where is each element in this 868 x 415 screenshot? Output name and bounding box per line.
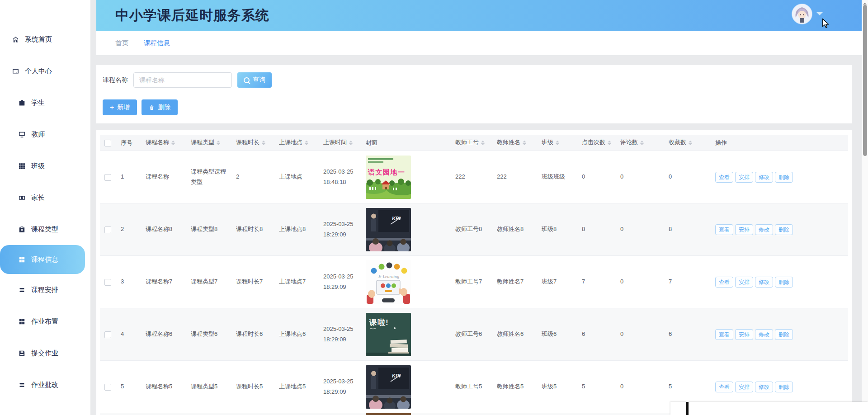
- column-header-teacher_name[interactable]: 教师姓名: [492, 135, 537, 151]
- cell-location: 上课地点6: [274, 308, 319, 361]
- edit-button[interactable]: 修改: [755, 277, 773, 288]
- svg-text:E-Learning: E-Learning: [378, 274, 399, 279]
- sort-caret-icon[interactable]: [481, 139, 485, 147]
- sort-caret-icon[interactable]: [556, 139, 559, 147]
- sidebar-item-label: 个人中心: [25, 67, 52, 75]
- arrange-button[interactable]: 安排: [735, 277, 753, 288]
- arrange-button[interactable]: 安排: [735, 224, 753, 235]
- column-header-datetime[interactable]: 上课时间: [319, 135, 361, 151]
- arrange-button[interactable]: 安排: [735, 382, 753, 392]
- column-header-comments[interactable]: 评论数: [616, 135, 664, 151]
- avatar[interactable]: [792, 4, 812, 24]
- column-header-teacher_id[interactable]: 教师工号: [451, 135, 492, 151]
- sidebar-item-homework-submit[interactable]: 提交作业: [0, 337, 90, 369]
- sidebar-item-homework-review[interactable]: 作业批改: [0, 369, 90, 401]
- column-label: 课程时长: [236, 139, 259, 146]
- cell-favorites: 0: [664, 151, 711, 203]
- edit-button[interactable]: 修改: [755, 329, 773, 340]
- view-button[interactable]: 查看: [715, 329, 733, 340]
- sort-caret-icon[interactable]: [217, 139, 220, 147]
- cell-type: 课程类型7: [186, 256, 231, 308]
- view-button[interactable]: 查看: [715, 172, 733, 183]
- cell-teacher_name: 教师姓名7: [492, 256, 537, 308]
- select-all-checkbox[interactable]: [104, 140, 111, 146]
- column-header-name[interactable]: 课程名称: [141, 135, 186, 151]
- arrange-button[interactable]: 安排: [735, 329, 753, 340]
- column-header-clicks[interactable]: 点击次数: [577, 135, 616, 151]
- column-label: 操作: [715, 139, 727, 146]
- delete-row-button[interactable]: 删除: [775, 329, 793, 340]
- delete-row-button[interactable]: 删除: [775, 224, 793, 235]
- view-button[interactable]: 查看: [715, 382, 733, 392]
- sidebar-item-parents[interactable]: 家长: [0, 182, 90, 213]
- view-button[interactable]: 查看: [715, 224, 733, 235]
- row-checkbox[interactable]: [104, 384, 111, 391]
- column-label: 序号: [121, 139, 132, 146]
- course-name-input[interactable]: [133, 72, 232, 88]
- sort-caret-icon[interactable]: [349, 139, 353, 147]
- sort-caret-icon[interactable]: [171, 139, 175, 147]
- column-label: 上课地点: [279, 139, 302, 146]
- cell-teacher_id: 教师工号6: [451, 308, 492, 361]
- breadcrumb: 首页 课程信息: [96, 31, 862, 55]
- breadcrumb-current[interactable]: 课程信息: [144, 39, 170, 47]
- sort-caret-icon[interactable]: [262, 139, 265, 147]
- cell-cover: KPI: [361, 203, 451, 256]
- cell-clicks: 6: [577, 308, 616, 361]
- edit-button[interactable]: 修改: [755, 172, 773, 183]
- row-checkbox[interactable]: [104, 174, 111, 181]
- sidebar-item-course-info[interactable]: 课程信息: [0, 245, 85, 274]
- column-header-duration[interactable]: 课程时长: [231, 135, 274, 151]
- sidebar-item-system-home[interactable]: 系统首页: [0, 24, 90, 55]
- home-icon: [12, 36, 19, 43]
- cell-type: 课程类型8: [186, 203, 231, 256]
- edit-button[interactable]: 修改: [755, 224, 773, 235]
- breadcrumb-home[interactable]: 首页: [115, 39, 128, 47]
- row-checkbox[interactable]: [104, 279, 111, 286]
- add-button[interactable]: + 新增: [103, 99, 137, 115]
- delete-row-button[interactable]: 删除: [775, 382, 793, 392]
- cell-cover: 课啦!: [361, 308, 451, 361]
- user-menu[interactable]: [792, 4, 823, 24]
- column-header-type[interactable]: 课程类型: [186, 135, 231, 151]
- sort-caret-icon[interactable]: [640, 139, 644, 147]
- scroll-up-arrow-icon[interactable]: [863, 1, 867, 5]
- cell-datetime: 2025-03-25 18:29:09: [319, 256, 361, 308]
- delete-button[interactable]: 删除: [142, 99, 178, 115]
- course-cover-image-kela: 课啦!: [366, 313, 411, 356]
- grid4-icon: [18, 256, 26, 264]
- sidebar-item-students[interactable]: 学生: [0, 87, 90, 118]
- column-header-location[interactable]: 上课地点: [274, 135, 319, 151]
- row-checkbox[interactable]: [104, 226, 111, 233]
- edit-button[interactable]: 修改: [755, 382, 773, 392]
- sort-caret-icon[interactable]: [689, 139, 692, 147]
- sidebar-item-teachers[interactable]: 教师: [0, 118, 90, 150]
- sidebar-item-course-schedule[interactable]: 课程安排: [0, 274, 90, 306]
- sort-caret-icon[interactable]: [305, 139, 308, 147]
- row-checkbox[interactable]: [104, 331, 111, 338]
- vertical-scrollbar[interactable]: [862, 0, 868, 415]
- chevron-down-icon[interactable]: [816, 12, 823, 19]
- column-label: 上课时间: [323, 139, 347, 146]
- sidebar-item-course-types[interactable]: 课程类型: [0, 213, 90, 245]
- scrollbar-thumb[interactable]: [863, 5, 867, 156]
- sidebar-item-label: 课程安排: [31, 286, 58, 294]
- sidebar-item-homework-assign[interactable]: 作业布置: [0, 306, 90, 337]
- cell-teacher_id: 教师工号5: [451, 361, 492, 413]
- sidebar-item-personal-center[interactable]: 个人中心: [0, 55, 90, 87]
- column-label: 课程类型: [191, 139, 214, 146]
- column-header-favorites[interactable]: 收藏数: [664, 135, 711, 151]
- cell-comments: 0: [616, 203, 664, 256]
- view-button[interactable]: 查看: [715, 277, 733, 288]
- arrange-button[interactable]: 安排: [735, 172, 753, 183]
- column-header-class_name[interactable]: 班级: [537, 135, 577, 151]
- query-button[interactable]: 查询: [237, 72, 272, 88]
- delete-row-button[interactable]: 删除: [775, 172, 793, 183]
- sidebar-item-classes[interactable]: 班级: [0, 150, 90, 182]
- cell-teacher_name: 教师姓名6: [492, 308, 537, 361]
- sort-caret-icon[interactable]: [608, 139, 611, 147]
- search-field-label: 课程名称: [103, 76, 128, 84]
- delete-row-button[interactable]: 删除: [775, 277, 793, 288]
- sort-caret-icon[interactable]: [523, 139, 526, 147]
- mouse-cursor: [821, 18, 831, 28]
